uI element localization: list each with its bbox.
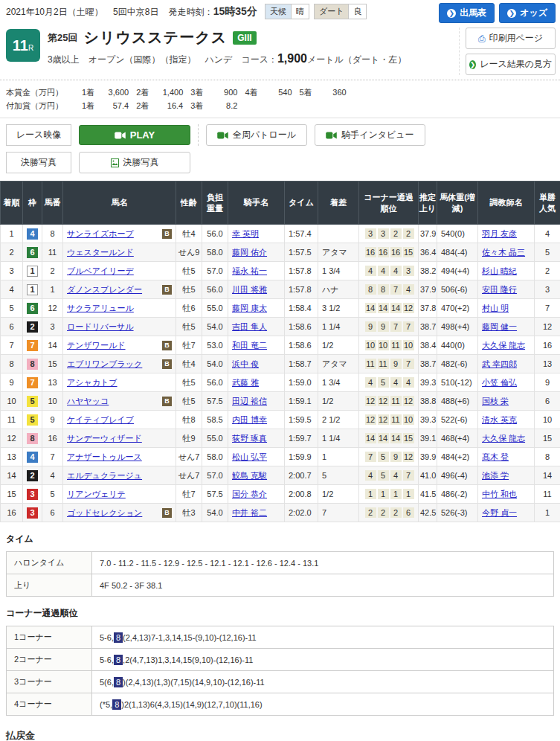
jockey-link[interactable]: 幸 英明 <box>232 229 259 238</box>
load-weight: 54.0 <box>202 318 228 336</box>
body-weight: 496(-4) <box>437 466 478 485</box>
jockey-link[interactable]: 荻野 琢真 <box>232 434 267 443</box>
finish-position: 6 <box>1 318 23 336</box>
trainer-link[interactable]: 今野 貞一 <box>482 508 517 517</box>
horse-name-link[interactable]: エルデュクラージュ <box>67 470 142 481</box>
race-video-label: レース映像 <box>6 124 71 146</box>
win-favorite: 6 <box>535 392 560 411</box>
horse-name-link[interactable]: ブルベアイリーデ <box>67 266 134 277</box>
trainer-link[interactable]: 羽月 友彦 <box>482 229 517 238</box>
frame-cell: 5 <box>23 392 42 411</box>
trainer-link[interactable]: 杉山 晴紀 <box>482 266 517 275</box>
frame-number: 5 <box>27 414 38 426</box>
play-button[interactable]: PLAY <box>79 125 190 145</box>
corner-position: 14 <box>390 303 402 313</box>
margin: 3 1/2 <box>318 299 359 318</box>
jockey-link[interactable]: 武藤 雅 <box>232 378 259 387</box>
horse-name-link[interactable]: アナザートゥルース <box>67 452 142 463</box>
jockey-cell: 藤岡 佑介 <box>228 243 285 262</box>
finish-time: 1:58.7 <box>285 355 318 373</box>
patrol-video-button[interactable]: 全周パトロール <box>206 124 307 146</box>
trainer-link[interactable]: 佐々木 晶三 <box>482 248 525 257</box>
trainer-link[interactable]: 藤岡 健一 <box>482 322 517 331</box>
jockey-link[interactable]: 内田 博幸 <box>232 415 267 424</box>
trainer-link[interactable]: 村山 明 <box>482 304 509 312</box>
jockey-link[interactable]: 浜中 俊 <box>232 359 259 368</box>
horse-number: 16 <box>42 429 63 448</box>
jockey-link[interactable]: 中井 裕二 <box>232 508 267 517</box>
trainer-cell: 髙木 登 <box>478 448 535 466</box>
finish-photo-button[interactable]: 決勝写真 <box>79 152 190 173</box>
grade-badge: GIII <box>233 31 256 45</box>
frame-cell: 8 <box>23 355 42 373</box>
jockey-link[interactable]: 藤岡 佑介 <box>232 248 267 257</box>
sex-age: 牡4 <box>176 225 202 243</box>
corner-position: 5 <box>378 470 389 481</box>
trainer-link[interactable]: 池添 学 <box>482 471 509 480</box>
trainer-link[interactable]: 清水 英克 <box>482 415 517 424</box>
corner-position: 4 <box>390 377 402 388</box>
jockey-link[interactable]: 福永 祐一 <box>232 266 267 275</box>
jockey-link[interactable]: 鮫島 克駿 <box>232 471 267 480</box>
entries-button[interactable]: ❯ 出馬表 <box>439 3 495 23</box>
corner-position: 9 <box>365 321 376 332</box>
blinker-badge: B <box>162 508 172 518</box>
horse-name-link[interactable]: ゴッドセレクション <box>67 507 142 519</box>
horse-name-link[interactable]: ケイティブレイブ <box>67 414 134 426</box>
trainer-link[interactable]: 安田 隆行 <box>482 285 517 294</box>
horse-name-link[interactable]: ウェスタールンド <box>67 247 134 258</box>
frame-cell: 7 <box>23 373 42 392</box>
jockey-link[interactable]: 吉田 隼人 <box>232 322 267 331</box>
load-weight: 55.0 <box>202 299 228 318</box>
corner-position: 7 <box>365 452 376 462</box>
horse-name-link[interactable]: エブリワンブラック <box>67 359 142 370</box>
jockey-interview-button[interactable]: 騎手インタビュー <box>315 124 425 146</box>
trainer-cell: 国枝 栄 <box>478 392 535 411</box>
horse-name-link[interactable]: アシャカトブ <box>67 377 118 388</box>
result-guide-button[interactable]: ❯ レース結果の見方 <box>466 54 556 75</box>
win-favorite: 15 <box>535 429 560 448</box>
jockey-link[interactable]: 藤岡 康太 <box>232 304 267 312</box>
jockey-link[interactable]: 田辺 裕信 <box>232 397 267 405</box>
frame-number: 2 <box>27 321 38 333</box>
trainer-cell: 中竹 和也 <box>478 485 535 504</box>
odds-button[interactable]: ❯ オッズ <box>499 3 556 23</box>
trainer-link[interactable]: 大久保 龍志 <box>482 341 525 350</box>
body-weight: 498(+4) <box>437 318 478 336</box>
trainer-link[interactable]: 中竹 和也 <box>482 490 517 498</box>
trainer-link[interactable]: 髙木 登 <box>482 452 509 461</box>
race-number-badge: 11 R <box>6 29 40 62</box>
horse-name-link[interactable]: サクラアリュール <box>67 303 134 314</box>
trainer-link[interactable]: 小笠 倫弘 <box>482 378 517 387</box>
horse-name-link[interactable]: ダノンスプレンダー <box>67 284 142 295</box>
trainer-link[interactable]: 大久保 龍志 <box>482 434 525 443</box>
jockey-link[interactable]: 川田 将雅 <box>232 285 267 294</box>
print-page-button[interactable]: ⎙ 印刷用ページ <box>466 28 556 49</box>
corner-position: 6 <box>403 507 414 518</box>
horse-name-link[interactable]: サンライズホープ <box>67 228 134 240</box>
race-header: 11 R 第25回 シリウスステークス GIII 3歳以上 オープン（国際）（指… <box>0 25 560 80</box>
sex-age: 牡5 <box>176 373 202 392</box>
horse-name-link[interactable]: リアンヴェリテ <box>67 489 126 500</box>
trainer-link[interactable]: 国枝 栄 <box>482 397 509 405</box>
prize-value: 8.2 <box>203 101 237 110</box>
jockey-link[interactable]: 和田 竜二 <box>232 341 267 350</box>
horse-name-link[interactable]: ハヤヤッコ <box>67 396 109 407</box>
last-3f: 38.8 <box>419 392 437 411</box>
finish-photo-button-label: 決勝写真 <box>123 156 159 169</box>
horse-name-link[interactable]: テンザワールド <box>67 340 126 351</box>
frame-cell: 2 <box>23 466 42 485</box>
finish-position: 12 <box>1 429 23 448</box>
frame-number: 2 <box>27 470 38 481</box>
frame-number: 5 <box>27 396 38 407</box>
jockey-link[interactable]: 国分 恭介 <box>232 490 267 498</box>
win-favorite: 1 <box>535 504 560 522</box>
last-3f: 39.3 <box>419 411 437 429</box>
horse-name-link[interactable]: サンデーウィザード <box>67 433 142 444</box>
finish-position: 13 <box>1 448 23 466</box>
horse-name-link[interactable]: ロードリバーサル <box>67 321 134 333</box>
jockey-link[interactable]: 松山 弘平 <box>232 452 267 461</box>
sex-age: 牡4 <box>176 355 202 373</box>
trainer-link[interactable]: 武 幸四郎 <box>482 359 517 368</box>
jockey-cell: 川田 将雅 <box>228 280 285 299</box>
